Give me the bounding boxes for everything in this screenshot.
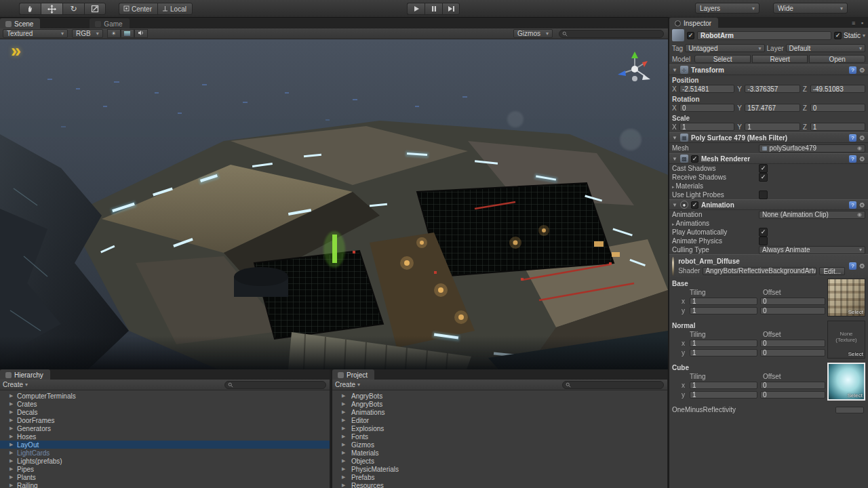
tab-project[interactable]: Project (332, 369, 374, 380)
scene-orientation-gizmo[interactable] (614, 49, 656, 88)
offset-x-field[interactable]: 0 (760, 298, 825, 305)
object-picker-icon[interactable]: ◉ (857, 145, 862, 151)
project-item[interactable]: ▶ Materials (332, 449, 667, 457)
property-row[interactable]: Animations (669, 219, 868, 228)
property-control[interactable] (759, 173, 865, 182)
foldout-arrow-icon[interactable]: ▶ (9, 442, 15, 447)
space-button[interactable]: Local (157, 3, 193, 15)
component-enabled-checkbox[interactable] (691, 201, 698, 209)
hierarchy-item[interactable]: ▶ Plants (0, 473, 330, 481)
foldout-arrow-icon[interactable]: ▶ (342, 434, 347, 439)
foldout-arrow-icon[interactable]: ▶ (342, 393, 347, 399)
tiling-y-field[interactable]: 1 (690, 307, 757, 314)
pause-button[interactable] (425, 3, 442, 15)
gizmos-dropdown[interactable]: Gizmos ▾ (513, 29, 553, 38)
play-button[interactable] (407, 3, 425, 15)
foldout-arrow-icon[interactable]: ▶ (342, 426, 347, 431)
texture-select-button[interactable]: Select (848, 351, 863, 357)
texture-thumbnail[interactable]: Select (827, 363, 865, 401)
texture-thumbnail[interactable]: Select (827, 279, 865, 317)
hierarchy-item[interactable]: ▶ Pipes (0, 465, 330, 473)
mesh-object-field[interactable]: ▦ polySurface479 ◉ (759, 144, 865, 152)
foldout-arrow-icon[interactable]: ▼ (672, 67, 677, 73)
property-row[interactable]: Receive Shadows (669, 173, 868, 182)
hierarchy-item[interactable]: ▶ Decals (0, 408, 330, 416)
gear-icon[interactable]: ⚙ (859, 134, 865, 142)
tiling-x-field[interactable]: 1 (690, 340, 757, 347)
property-row[interactable]: Cast Shadows (669, 164, 868, 173)
foldout-arrow-icon[interactable]: ▶ (9, 450, 15, 455)
foldout-arrow-icon[interactable]: ▶ (342, 450, 347, 455)
layout-dropdown[interactable]: Wide ▾ (773, 3, 848, 14)
help-icon[interactable]: ? (849, 262, 856, 270)
hierarchy-item[interactable]: ▶ Hoses (0, 432, 330, 441)
help-icon[interactable]: ? (849, 66, 856, 74)
foldout-arrow-icon[interactable]: ▶ (342, 458, 347, 464)
texture-select-button[interactable]: Select (848, 392, 863, 399)
transform-z-field[interactable]: 0 (810, 104, 865, 112)
offset-x-field[interactable]: 0 (760, 382, 825, 389)
component-enabled-checkbox[interactable] (691, 155, 698, 163)
shader-edit-button[interactable]: Edit... (819, 267, 845, 275)
property-row[interactable]: Use Light Probes (669, 190, 868, 199)
layer-dropdown[interactable]: Default ▾ (786, 44, 865, 52)
project-item[interactable]: ▶ Objects (332, 457, 667, 465)
scale-tool-button[interactable] (84, 3, 106, 15)
draw-mode-dropdown[interactable]: Textured ▾ (3, 29, 68, 38)
scene-viewport[interactable]: » (0, 39, 668, 369)
project-search-input[interactable] (571, 381, 660, 389)
foldout-arrow-icon[interactable]: ▶ (9, 483, 15, 488)
hierarchy-item[interactable]: ▶ LayOut (0, 441, 330, 449)
foldout-arrow-icon[interactable]: ▶ (342, 401, 347, 407)
layers-dropdown[interactable]: Layers ▾ (695, 3, 760, 14)
foldout-arrow-icon[interactable]: ▼ (672, 156, 677, 162)
step-button[interactable] (442, 3, 460, 15)
hierarchy-create-button[interactable]: Create ▾ (3, 381, 28, 388)
shader-dropdown[interactable]: AngryBots/ReflectiveBackgroundArtwork (703, 267, 816, 275)
project-item[interactable]: ▶ AngryBots (332, 400, 667, 408)
reflectivity-field[interactable] (835, 407, 864, 413)
hierarchy-item[interactable]: ▶ ComputerTerminals (0, 392, 330, 400)
foldout-arrow-icon[interactable]: ▶ (9, 393, 15, 399)
project-item[interactable]: ▶ PhysicMaterials (332, 465, 667, 473)
project-item[interactable]: ▶ Editor (332, 416, 667, 424)
active-checkbox[interactable] (687, 32, 694, 39)
rotate-tool-button[interactable]: ↻ (62, 3, 84, 15)
animation-header[interactable]: ▼ ● Animation ?⚙ (669, 199, 868, 210)
mesh-renderer-header[interactable]: ▼ ▩ Mesh Renderer ?⚙ (669, 153, 868, 164)
property-control[interactable]: Always Animate (759, 246, 865, 254)
audio-toggle[interactable] (134, 29, 148, 38)
property-row[interactable]: Play Automatically (669, 228, 868, 237)
property-control[interactable] (759, 237, 865, 245)
gear-icon[interactable]: ⚙ (859, 262, 865, 270)
gear-icon[interactable]: ⚙ (859, 201, 865, 209)
texture-select-button[interactable]: Select (848, 309, 863, 315)
hierarchy-item[interactable]: ▶ DoorFrames (0, 416, 330, 424)
foldout-arrow-icon[interactable]: ▶ (9, 466, 15, 472)
foldout-arrow-icon[interactable]: ▶ (9, 458, 15, 464)
foldout-arrow-icon[interactable]: ▶ (342, 409, 347, 415)
project-create-button[interactable]: Create ▾ (335, 381, 360, 388)
offset-y-field[interactable]: 0 (760, 349, 825, 357)
transform-x-field[interactable]: 1 (679, 123, 734, 131)
property-row[interactable]: Animation None (Animation Clip) (669, 210, 868, 219)
transform-y-field[interactable]: -3.376357 (745, 85, 800, 93)
property-control[interactable] (759, 228, 865, 237)
transform-y-field[interactable]: 1 (745, 123, 800, 131)
project-item[interactable]: ▶ AngryBots (332, 392, 667, 400)
fx-toggle[interactable] (121, 29, 134, 38)
model-open-button[interactable]: Open (809, 55, 865, 63)
tab-inspector[interactable]: Inspector (669, 18, 718, 28)
scene-search-input[interactable] (568, 30, 660, 38)
help-icon[interactable]: ? (849, 134, 856, 142)
property-control[interactable] (759, 190, 865, 199)
pivot-button[interactable]: Center (119, 3, 157, 15)
property-control[interactable] (759, 164, 865, 173)
hand-tool-button[interactable] (19, 3, 41, 15)
hierarchy-item[interactable]: ▶ Generators (0, 424, 330, 432)
help-icon[interactable]: ? (849, 155, 856, 163)
foldout-arrow-icon[interactable]: ▶ (9, 474, 15, 480)
offset-y-field[interactable]: 0 (760, 307, 825, 314)
tab-hierarchy[interactable]: Hierarchy (0, 369, 50, 380)
help-icon[interactable]: ? (849, 201, 856, 209)
